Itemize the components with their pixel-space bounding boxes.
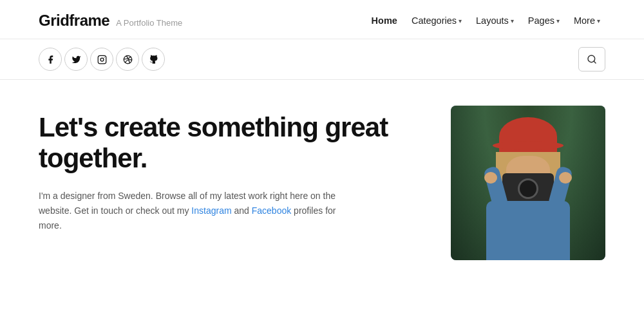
nav-item-categories[interactable]: Categories ▾ [406,13,467,28]
search-button[interactable] [578,47,605,71]
hero-section: Let's create something great together. I… [0,80,644,279]
chevron-down-icon: ▾ [511,17,514,24]
site-tagline: A Portfolio Theme [116,18,182,28]
hero-text: Let's create something great together. I… [39,106,412,260]
logo-area: Gridframe A Portfolio Theme [39,12,182,30]
hand-left [484,172,497,184]
hat [499,117,557,156]
main-nav: Home Categories ▾ Layouts ▾ Pages ▾ More… [366,13,605,28]
body [486,201,570,260]
facebook-icon[interactable] [39,48,62,71]
chevron-down-icon: ▾ [597,17,600,24]
hero-person-figure [470,106,586,260]
hero-description-mid: and [232,205,252,216]
hat-brim [493,141,564,150]
instagram-link[interactable]: Instagram [191,205,231,216]
hero-heading: Let's create something great together. [39,112,412,175]
chevron-down-icon: ▾ [459,17,462,24]
nav-item-layouts[interactable]: Layouts ▾ [471,13,519,28]
nav-item-pages[interactable]: Pages ▾ [523,13,565,28]
site-logo[interactable]: Gridframe [39,12,109,30]
hand-right [559,172,572,184]
site-header: Gridframe A Portfolio Theme Home Categor… [0,0,644,39]
facebook-link[interactable]: Facebook [252,205,291,216]
dribbble-icon[interactable] [116,48,139,71]
social-bar [0,39,644,80]
chevron-down-icon: ▾ [556,17,560,24]
hero-description: I'm a designer from Sweden. Browse all o… [39,189,348,233]
hero-image [451,106,605,260]
svg-rect-0 [98,55,106,64]
github-icon[interactable] [142,48,165,71]
camera-lens [518,178,538,199]
svg-line-5 [594,61,596,63]
svg-point-1 [100,58,104,61]
twitter-icon[interactable] [64,48,88,71]
nav-item-more[interactable]: More ▾ [569,13,605,28]
instagram-icon[interactable] [90,48,113,71]
search-icon [587,54,597,64]
nav-item-home[interactable]: Home [366,13,402,28]
social-icons-group [39,48,165,71]
